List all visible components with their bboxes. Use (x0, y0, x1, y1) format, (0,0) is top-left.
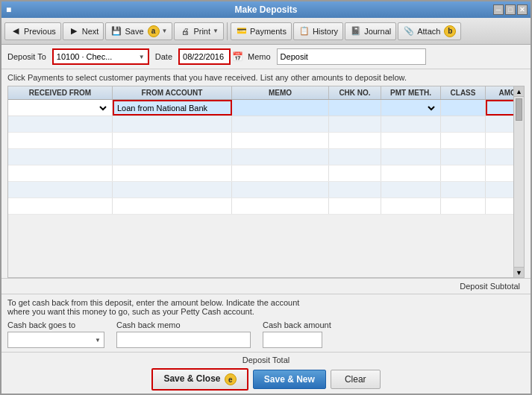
previous-icon: ◀ (10, 25, 22, 37)
col-memo: MEMO (232, 86, 329, 99)
scroll-up-button[interactable]: ▲ (514, 86, 524, 97)
window-icon: ■ (6, 4, 11, 15)
amount-input[interactable] (490, 104, 513, 113)
cash-back-section: To get cash back from this deposit, ente… (1, 294, 531, 352)
memo-label: Memo (248, 52, 271, 61)
toolbar: ◀ Previous ▶ Next 💾 Save a ▼ 🖨 Print ▼ 💳… (1, 18, 531, 45)
make-deposits-window: ■ Make Deposits ─ □ ✕ ◀ Previous ▶ Next … (0, 0, 532, 395)
deposit-to-arrow-icon: ▼ (139, 54, 145, 60)
col-from-account: FROM ACCOUNT (113, 86, 232, 99)
table-row (8, 100, 513, 116)
grid-header: RECEIVED FROM FROM ACCOUNT MEMO CHK NO. … (8, 86, 513, 100)
empty-rows (8, 116, 513, 277)
cash-back-goes-to-select[interactable]: ▼ (7, 332, 104, 348)
scroll-down-button[interactable]: ▼ (514, 267, 524, 277)
grid-wrapper: RECEIVED FROM FROM ACCOUNT MEMO CHK NO. … (7, 86, 525, 278)
cash-back-amount-label: Cash back amount (263, 320, 331, 329)
cell-class[interactable] (441, 100, 486, 116)
deposit-subtotal-label: Deposit Subtotal (460, 282, 520, 291)
col-chk-no: CHK NO. (329, 86, 381, 99)
col-pmt-meth: PMT METH. (381, 86, 441, 99)
scroll-thumb[interactable] (516, 98, 522, 121)
date-input-group: 📅 (178, 48, 242, 65)
cell-chk-no[interactable] (329, 100, 381, 116)
deposit-to-value: 10100 · Chec... (57, 52, 113, 61)
history-icon: 📋 (298, 25, 310, 37)
subtotal-row: Deposit Subtotal (1, 278, 531, 294)
window-title: Make Deposits (234, 4, 297, 15)
form-row: Deposit To 10100 · Chec... ▼ Date 📅 Memo (1, 45, 531, 69)
bottom-section: Deposit Total Save & Close e Save & New … (1, 352, 531, 394)
cash-back-amount-group: Cash back amount (263, 320, 331, 348)
payments-icon: 💳 (236, 25, 248, 37)
empty-row (8, 198, 513, 215)
col-received-from: RECEIVED FROM (8, 86, 113, 99)
save-new-button[interactable]: Save & New (253, 370, 326, 389)
next-button[interactable]: ▶ Next (63, 22, 104, 40)
cell-pmt-meth[interactable] (381, 100, 441, 116)
cash-back-memo-group: Cash back memo (116, 320, 251, 348)
save-icon: 💾 (110, 25, 122, 37)
cell-amount[interactable] (486, 100, 513, 116)
received-from-select[interactable] (11, 103, 109, 113)
print-button[interactable]: 🖨 Print ▼ (174, 22, 224, 40)
chk-no-input[interactable] (332, 104, 378, 113)
scrollbar[interactable]: ▲ ▼ (513, 86, 524, 277)
title-bar: ■ Make Deposits ─ □ ✕ (1, 1, 531, 18)
cash-back-fields: Cash back goes to ▼ Cash back memo Cash … (7, 320, 525, 348)
deposit-to-select[interactable]: 10100 · Chec... ▼ (52, 48, 149, 65)
cash-back-amount-field[interactable] (263, 332, 322, 348)
annotation-b: b (444, 25, 456, 37)
info-text: Click Payments to select customer paymen… (1, 69, 531, 86)
date-label: Date (155, 52, 172, 61)
attach-button[interactable]: 📎 Attach b (398, 22, 461, 40)
cell-memo[interactable] (232, 100, 329, 116)
action-buttons: Save & Close e Save & New Clear (7, 368, 525, 391)
print-dropdown-icon[interactable]: ▼ (213, 28, 219, 34)
scroll-track (514, 122, 524, 267)
clear-button[interactable]: Clear (331, 370, 381, 389)
pmt-meth-select[interactable] (384, 103, 437, 113)
class-input[interactable] (444, 104, 482, 113)
date-field[interactable] (178, 48, 231, 65)
deposit-total-row: Deposit Total (7, 356, 525, 364)
toolbar-separator-1 (227, 22, 228, 40)
minimize-button[interactable]: ─ (493, 4, 504, 15)
cash-back-goes-to-group: Cash back goes to ▼ (7, 320, 104, 348)
from-account-input[interactable] (117, 104, 228, 113)
empty-row (8, 182, 513, 198)
save-close-button[interactable]: Save & Close e (151, 368, 248, 391)
cash-back-memo-label: Cash back memo (116, 320, 251, 329)
empty-row (8, 133, 513, 149)
cash-back-goes-to-label: Cash back goes to (7, 320, 104, 329)
annotation-e: e (225, 373, 237, 385)
col-class: CLASS (441, 86, 486, 99)
empty-row (8, 116, 513, 133)
save-button[interactable]: 💾 Save a ▼ (105, 22, 172, 40)
memo-field[interactable] (277, 48, 426, 65)
print-icon: 🖨 (179, 25, 191, 37)
cash-back-info: To get cash back from this deposit, ente… (7, 298, 525, 316)
deposit-to-label: Deposit To (7, 52, 46, 61)
maximize-button[interactable]: □ (505, 4, 516, 15)
cash-back-memo-field[interactable] (116, 332, 251, 348)
grid-main: RECEIVED FROM FROM ACCOUNT MEMO CHK NO. … (8, 86, 513, 277)
previous-button[interactable]: ◀ Previous (4, 22, 61, 40)
annotation-a: a (148, 25, 160, 37)
empty-row (8, 165, 513, 182)
cell-from-account[interactable] (113, 100, 232, 116)
calendar-icon[interactable]: 📅 (232, 51, 243, 62)
next-icon: ▶ (68, 25, 80, 37)
col-amount: AMOUNT (486, 86, 513, 99)
history-button[interactable]: 📋 History (293, 22, 343, 40)
close-button[interactable]: ✕ (517, 4, 528, 15)
payments-button[interactable]: 💳 Payments (231, 22, 292, 40)
journal-icon: 📓 (350, 25, 362, 37)
journal-button[interactable]: 📓 Journal (345, 22, 396, 40)
cell-received-from[interactable] (8, 100, 113, 116)
attach-icon: 📎 (403, 25, 415, 37)
cash-back-goes-to-arrow-icon: ▼ (95, 337, 101, 344)
window-controls: ─ □ ✕ (493, 4, 528, 15)
memo-cell-input[interactable] (235, 104, 325, 113)
save-dropdown-icon[interactable]: ▼ (162, 28, 168, 34)
